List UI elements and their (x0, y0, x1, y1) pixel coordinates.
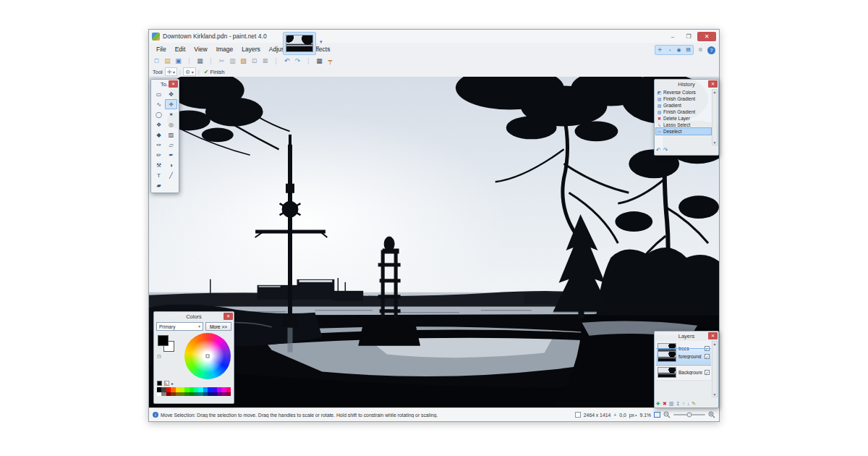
layer-properties[interactable]: ✎ (692, 400, 696, 407)
finish-button[interactable]: ✔ Finish (202, 67, 227, 76)
units-selector[interactable]: px ▴ (629, 413, 637, 418)
menu-item[interactable]: File (152, 44, 171, 54)
zoom-slider[interactable] (673, 414, 705, 415)
move-layer-down[interactable]: ↓ (687, 400, 690, 407)
move-selected-pixels[interactable]: ✥ (165, 89, 177, 99)
selection-settings-dropdown[interactable]: ⚙ ▾ (183, 67, 196, 76)
deselect[interactable]: ⊠ (260, 56, 270, 66)
cut[interactable]: ✂ (217, 56, 226, 66)
expand-icon[interactable]: ▸ (171, 381, 174, 386)
color-picker[interactable]: ✒ (165, 150, 177, 160)
clone-stamp[interactable]: ⚒ (153, 160, 165, 170)
duplicate-layer[interactable]: ▥ (669, 400, 674, 407)
paintbrush[interactable]: ✑ (153, 140, 165, 150)
layer-visibility-checkbox[interactable]: ✓ (705, 370, 710, 375)
rectangle-select[interactable]: ▭ (153, 89, 165, 99)
zoom-to-window-button[interactable] (654, 412, 660, 418)
paint-bucket[interactable]: ◆ (153, 130, 165, 140)
history-item[interactable]: ∿ Lasso Select (656, 122, 711, 128)
separator[interactable]: | (271, 56, 281, 66)
color-mode-dropdown[interactable]: Primary ▾ (156, 322, 203, 331)
history-item[interactable]: ▨ Finish Gradient (656, 109, 711, 115)
scroll-down-icon[interactable]: ▼ (712, 140, 717, 145)
history-scrollbar[interactable]: ▲ ▼ (712, 89, 718, 145)
toggle-layers[interactable]: ▤ (684, 46, 693, 54)
text[interactable]: T (153, 170, 165, 180)
layers-scrollbar[interactable]: ▲ ▼ (712, 341, 718, 397)
active-tool-dropdown[interactable]: ✛ ▾ (165, 67, 177, 76)
line-curve[interactable]: ╱ (165, 170, 177, 180)
toggle-history[interactable]: ◔ (665, 46, 674, 54)
zoom-in-icon[interactable] (708, 411, 715, 418)
pencil[interactable]: ✏ (153, 150, 165, 160)
menu-item[interactable]: Image (212, 44, 238, 54)
ellipse-select[interactable]: ◯ (153, 109, 165, 119)
lasso-select[interactable]: ∿ (153, 99, 165, 109)
close-icon[interactable]: ✕ (708, 332, 718, 339)
layer-visibility-checkbox[interactable]: ✓ (705, 354, 710, 359)
zoom[interactable]: ◎ (165, 119, 177, 130)
history-item[interactable]: ▭ Deselect (656, 128, 711, 135)
image-tab[interactable]: * (283, 32, 316, 55)
new-image[interactable]: □ (152, 56, 161, 66)
history-item[interactable]: ▨ Finish Gradient (656, 96, 711, 102)
primary-color-swatch[interactable] (158, 335, 169, 346)
magic-wand[interactable]: ✶ (165, 109, 177, 119)
toggle-tools[interactable]: ✛ (655, 46, 665, 54)
scroll-down-icon[interactable]: ▼ (712, 392, 717, 397)
recolor[interactable]: ◑ (165, 160, 177, 170)
colors-panel-title[interactable]: Colors (154, 312, 234, 321)
toggle-colors[interactable]: ◉ (674, 46, 684, 54)
redo[interactable]: ↷ (293, 56, 302, 66)
close-icon[interactable]: ✕ (169, 80, 178, 88)
undo-button[interactable]: ↶ (656, 147, 661, 154)
separator[interactable]: | (206, 56, 216, 66)
help-icon[interactable]: ? (707, 46, 715, 54)
close-icon[interactable]: ✕ (224, 313, 233, 320)
move-layer-up[interactable]: ↑ (682, 400, 685, 407)
maximize-button[interactable]: ❐ (681, 32, 696, 41)
ruler[interactable]: ┯ (326, 56, 335, 66)
separator[interactable]: | (304, 56, 313, 66)
close-icon[interactable]: ✕ (708, 80, 718, 88)
layer-row[interactable]: foreground ✓ (656, 349, 711, 365)
recent-color-swatch[interactable] (157, 381, 162, 386)
history-item[interactable]: ✖ Delete Layer (656, 115, 711, 122)
image-list-button[interactable]: ▾ (320, 39, 323, 45)
alpha-swatch[interactable] (164, 381, 169, 386)
palette-color[interactable] (226, 392, 231, 396)
merge-layer-down[interactable]: ↧ (676, 400, 680, 407)
grid[interactable]: ▦ (315, 56, 324, 66)
layer-row[interactable]: Background ✓ (656, 365, 711, 381)
separator[interactable]: | (184, 56, 194, 66)
close-button[interactable]: ✕ (697, 32, 716, 41)
zoom-slider-thumb[interactable] (687, 413, 692, 418)
more-button[interactable]: More >> (205, 322, 231, 331)
crop-to-selection[interactable]: ⊡ (250, 56, 259, 66)
zoom-out-icon[interactable] (663, 411, 671, 418)
copy[interactable]: ▥ (228, 56, 237, 66)
title-bar[interactable]: Downtown Kirkland.pdn - paint.net 4.0 – … (149, 30, 719, 43)
color-wheel-marker[interactable] (206, 355, 210, 358)
open[interactable]: ▤ (163, 56, 172, 66)
shapes[interactable]: ▰ (153, 180, 165, 190)
add-layer[interactable]: ✚ (656, 400, 660, 407)
undo[interactable]: ↶ (282, 56, 292, 66)
gradient[interactable]: ▨ (165, 130, 177, 140)
swap-colors-icon[interactable]: ◳ (157, 353, 161, 358)
scroll-up-icon[interactable]: ▲ (712, 90, 717, 94)
canvas-image[interactable] (149, 77, 719, 409)
paste[interactable]: ▧ (239, 56, 248, 66)
settings-icon[interactable]: ⚙ (696, 46, 705, 54)
delete-layer[interactable]: ✖ (663, 400, 667, 407)
redo-button[interactable]: ↷ (663, 147, 668, 154)
color-wheel[interactable] (184, 333, 231, 379)
menu-item[interactable]: View (190, 44, 211, 54)
history-item[interactable]: ▨ Gradient (656, 102, 711, 109)
pan[interactable]: ❖ (153, 119, 165, 130)
eraser[interactable]: ▱ (165, 140, 177, 150)
minimize-button[interactable]: – (665, 32, 680, 41)
move-selection[interactable]: ✛ (165, 99, 177, 109)
menu-item[interactable]: Edit (171, 44, 190, 54)
palette-color[interactable] (226, 387, 231, 392)
